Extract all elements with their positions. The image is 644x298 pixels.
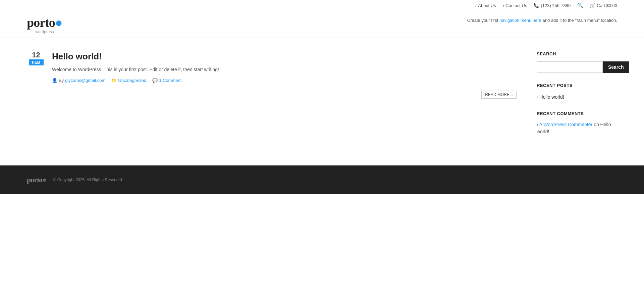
footer-logo: porto● (27, 176, 47, 184)
search-title: SEARCH (537, 51, 617, 56)
read-more-button[interactable]: READ MORE... (481, 91, 517, 99)
list-item: Hello world! (537, 93, 617, 101)
footer-copyright: © Copyright 2025. All Rights Reserved. (53, 178, 123, 182)
content-area: 12 Feb Hello world! Welcome to WordPress… (27, 51, 517, 145)
nav-area: Create your first navigation menu here a… (467, 16, 617, 23)
post-category-link[interactable]: Uncategorized (118, 78, 146, 83)
logo-subtitle: wordpress (27, 30, 62, 34)
post-body: Hello world! Welcome to WordPress. This … (52, 51, 517, 99)
search-icon-top[interactable]: 🔍 (577, 3, 583, 8)
footer: porto● © Copyright 2025. All Rights Rese… (0, 165, 644, 194)
post-meta: 👤 By glycams@gmail.com 📁 Uncategorized 💬… (52, 78, 517, 87)
post-author-link[interactable]: glycams@gmail.com (65, 78, 105, 83)
search-button[interactable]: Search (603, 61, 629, 73)
comments-icon: 💬 (152, 78, 158, 83)
sidebar: SEARCH Search RECENT POSTS Hello world! … (537, 51, 617, 145)
read-more-row: READ MORE... (52, 91, 517, 99)
recent-post-link-0[interactable]: Hello world! (540, 94, 564, 100)
phone-number: 📞 (123) 456-7890 (534, 3, 571, 8)
nav-menu-link[interactable]: navigation menu here (499, 18, 541, 23)
recent-posts-section: RECENT POSTS Hello world! (537, 83, 617, 101)
post-category-item: 📁 Uncategorized (111, 78, 146, 83)
category-icon: 📁 (111, 78, 117, 83)
recent-comments-section: RECENT COMMENTS A WordPress Commenter on… (537, 111, 617, 135)
post-title: Hello world! (52, 51, 517, 62)
author-icon: 👤 (52, 78, 57, 83)
comment-item-0: A WordPress Commenter on Hello world! (537, 121, 617, 135)
cart-link[interactable]: 🛒 Cart $0.00 (590, 3, 617, 8)
date-badge: 12 Feb (27, 51, 45, 99)
main-container: 12 Feb Hello world! Welcome to WordPress… (0, 38, 644, 159)
post-comments-item: 💬 1 Comment (152, 78, 181, 83)
post-comments-link[interactable]: 1 Comment (159, 78, 181, 83)
search-input[interactable] (537, 61, 603, 73)
recent-posts-title: RECENT POSTS (537, 83, 617, 88)
phone-icon: 📞 (534, 3, 539, 8)
commenter-link-0[interactable]: A WordPress Commenter (539, 122, 592, 127)
cart-icon: 🛒 (590, 3, 595, 8)
recent-comments-title: RECENT COMMENTS (537, 111, 617, 116)
post-excerpt: Welcome to WordPress. This is your first… (52, 66, 517, 73)
post: 12 Feb Hello world! Welcome to WordPress… (27, 51, 517, 99)
header: porto● wordpress Create your first navig… (0, 11, 644, 38)
search-box: Search (537, 61, 617, 73)
top-bar: About Us Contact Us 📞 (123) 456-7890 🔍 🛒… (0, 0, 644, 11)
search-section: SEARCH Search (537, 51, 617, 73)
contact-us-link[interactable]: Contact Us (503, 3, 527, 8)
logo-area: porto● wordpress (27, 16, 62, 34)
about-us-link[interactable]: About Us (475, 3, 496, 8)
recent-posts-list: Hello world! (537, 93, 617, 101)
date-month: Feb (29, 59, 44, 65)
date-day: 12 (32, 51, 40, 59)
post-author-item: 👤 By glycams@gmail.com (52, 78, 105, 83)
logo[interactable]: porto● (27, 16, 62, 29)
nav-message: Create your first navigation menu here a… (467, 18, 617, 23)
